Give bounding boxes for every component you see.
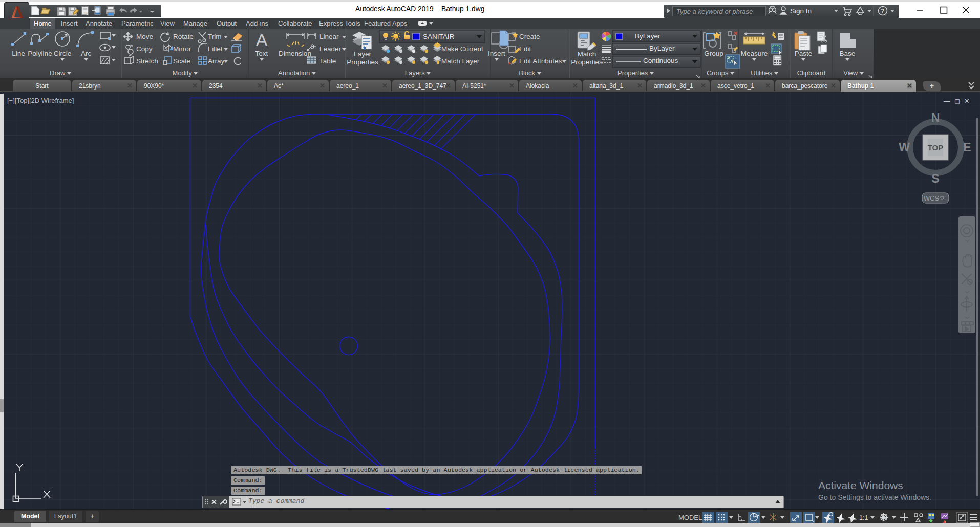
svg-text:WCS: WCS xyxy=(924,194,940,202)
svg-text:W: W xyxy=(899,141,910,154)
svg-text:TOP: TOP xyxy=(928,143,944,152)
svg-text:N: N xyxy=(931,113,940,124)
svg-text:?: ? xyxy=(881,8,884,15)
svg-text:MODEL: MODEL xyxy=(678,514,702,521)
svg-text:1:1: 1:1 xyxy=(859,514,868,521)
svg-text:E: E xyxy=(963,141,971,154)
svg-text:S: S xyxy=(931,172,939,185)
